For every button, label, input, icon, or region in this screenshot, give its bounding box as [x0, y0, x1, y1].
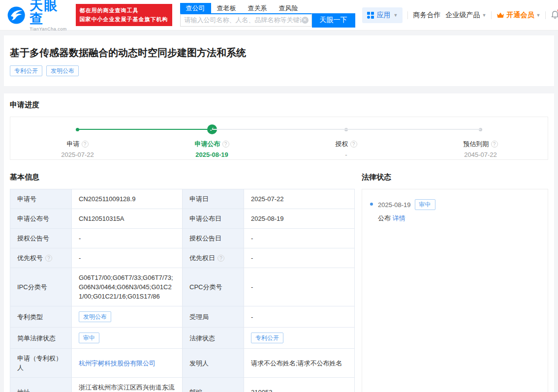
- timeline-step-date: 2045-07-22: [464, 151, 497, 158]
- legal-status-section-title: 法律状态: [362, 173, 548, 182]
- info-label: 申请（专利权）人: [17, 354, 64, 372]
- nav-enterprise-label: 企业级产品: [445, 11, 480, 20]
- nav-apps-menu[interactable]: 应用 ▼: [362, 7, 403, 23]
- timeline-lines: [10, 129, 548, 130]
- brand-name: 天眼查: [30, 0, 68, 26]
- info-value-cell: -: [244, 268, 355, 306]
- status-tag: 发明公布: [79, 311, 111, 322]
- table-row: 地址浙江省杭州市滨江区西兴街道东流路88号1幢306室邮编310053: [10, 378, 355, 392]
- search-tab-查公司[interactable]: 查公司: [180, 3, 211, 13]
- patent-tag-row: 专利公开发明公布: [10, 65, 548, 76]
- search-tab-查关系[interactable]: 查关系: [242, 3, 273, 13]
- detail-link[interactable]: 详情: [393, 214, 405, 222]
- info-label: 授权公告号: [17, 234, 64, 243]
- info-label-text: 优先权日: [189, 253, 215, 263]
- tianyancha-logo[interactable]: 天眼查 TianYanCha.com: [7, 0, 69, 31]
- company-link[interactable]: 杭州宇树科技股份有限公司: [79, 360, 155, 367]
- help-icon[interactable]: ?: [350, 141, 357, 148]
- info-value-cell: -: [72, 248, 183, 268]
- table-row: 申请（专利权）人杭州宇树科技股份有限公司发明人请求不公布姓名;请求不公布姓名: [10, 349, 355, 378]
- legal-status-line1: 2025-08-19审中: [378, 199, 435, 210]
- nav-business-cooperation[interactable]: 商务合作: [413, 11, 440, 20]
- help-icon[interactable]: ?: [45, 255, 52, 262]
- info-label: 申请日: [189, 194, 237, 204]
- table-row: 优先权号?-优先权日?-: [10, 248, 355, 268]
- basic-info-section-title: 基本信息: [10, 173, 354, 182]
- legal-status-line2: 公布 详情: [378, 214, 435, 223]
- info-label-cell: 申请公布号: [10, 209, 72, 229]
- timeline-step-申请公布: ✓申请公布?2025-08-19: [145, 125, 279, 158]
- search-tabs: 查公司查老板查关系查风险: [180, 3, 355, 13]
- timeline-step-label: 授权?: [336, 140, 357, 149]
- slogan-line-1: 都在用的商业查询工具: [80, 6, 168, 15]
- info-label-text: 简单法律状态: [17, 333, 56, 343]
- nav-divider: [407, 11, 408, 19]
- vip-label: 开通会员: [506, 11, 534, 20]
- timeline-step-label: 申请?: [67, 140, 89, 149]
- info-label-text: 发明人: [189, 359, 209, 368]
- info-label-text: 申请公布号: [17, 214, 49, 223]
- top-header: 天眼查 TianYanCha.com 都在用的商业查询工具 国家中小企业发展子基…: [0, 0, 558, 30]
- info-label-cell: 申请公布日: [183, 209, 244, 229]
- help-icon[interactable]: ?: [222, 141, 229, 148]
- info-value-cell: 2025-07-22: [244, 189, 355, 209]
- search-widget: 查公司查老板查关系查风险 ✕ 天眼一下: [180, 3, 355, 28]
- table-row: 专利类型发明公布受理局-: [10, 306, 355, 328]
- nav-divider: [545, 11, 546, 19]
- info-label: 受理局: [189, 312, 237, 322]
- info-label: 优先权日?: [189, 253, 237, 263]
- info-label-cell: 法律状态: [183, 328, 244, 349]
- nav-enterprise-products[interactable]: 企业级产品 ▼: [445, 11, 486, 20]
- nav-open-vip[interactable]: 开通会员 ▼: [496, 11, 540, 20]
- progress-section-title: 申请进度: [10, 100, 548, 110]
- info-label-cell: 受理局: [183, 306, 244, 328]
- info-value-cell: 发明公布: [72, 306, 183, 328]
- search-box: ✕: [180, 13, 312, 27]
- info-label-cell: 申请日: [183, 189, 244, 209]
- info-label-cell: CPC分类号: [183, 268, 244, 306]
- info-value-cell: 2025-08-19: [244, 209, 355, 229]
- bell-icon: [551, 10, 558, 20]
- brand-slogan-badge: 都在用的商业查询工具 国家中小企业发展子基金旗下机构: [76, 4, 172, 26]
- info-label-text: 申请（专利权）人: [17, 354, 64, 372]
- info-label: 专利类型: [17, 312, 64, 322]
- help-icon[interactable]: ?: [217, 255, 224, 262]
- search-button[interactable]: 天眼一下: [312, 13, 355, 28]
- timeline-step-name: 预估到期: [464, 140, 489, 149]
- clear-search-icon[interactable]: ✕: [302, 17, 309, 24]
- help-icon[interactable]: ?: [82, 141, 89, 148]
- slogan-line-2: 国家中小企业发展子基金旗下机构: [80, 15, 168, 24]
- info-label-cell: 优先权号?: [10, 248, 72, 268]
- info-label-cell: 简单法律状态: [10, 328, 72, 349]
- timeline-step-date: -: [345, 151, 347, 158]
- legal-status-tag: 审中: [415, 199, 435, 210]
- chevron-down-icon: ▼: [482, 13, 486, 18]
- info-value-cell: 浙江省杭州市滨江区西兴街道东流路88号1幢306室: [72, 378, 183, 392]
- search-tab-查风险[interactable]: 查风险: [273, 3, 304, 13]
- status-tag: 专利公开: [251, 332, 283, 343]
- info-label-cell: 专利类型: [10, 306, 72, 328]
- info-value-cell: 310053: [244, 378, 355, 392]
- table-row: 申请公布号CN120510315A申请公布日2025-08-19: [10, 209, 355, 229]
- basic-info-column: 基本信息 申请号CN202511009128.9申请日2025-07-22申请公…: [10, 173, 354, 392]
- timeline-step-date: 2025-07-22: [61, 151, 94, 158]
- search-tab-查老板[interactable]: 查老板: [211, 3, 242, 13]
- timeline-step-申请: 申请?2025-07-22: [10, 125, 145, 158]
- info-label: 申请公布日: [189, 214, 237, 223]
- info-value-cell: -: [244, 229, 355, 248]
- info-label-text: 专利类型: [17, 312, 43, 322]
- legal-status-body: 2025-08-19审中公布 详情: [378, 199, 435, 223]
- table-row: 授权公告号-授权公告日-: [10, 229, 355, 248]
- info-label-cell: IPC分类号: [10, 268, 72, 306]
- legal-status-box: 2025-08-19审中公布 详情: [362, 189, 548, 392]
- patent-status-tag: 专利公开: [10, 65, 42, 76]
- basic-info-tbody: 申请号CN202511009128.9申请日2025-07-22申请公布号CN1…: [10, 189, 355, 392]
- info-label-text: 受理局: [189, 312, 209, 322]
- crown-icon: [496, 12, 504, 19]
- info-label-cell: 地址: [10, 378, 72, 392]
- info-label-text: IPC分类号: [17, 282, 47, 292]
- search-input[interactable]: [185, 16, 302, 24]
- notifications-bell[interactable]: [551, 10, 558, 20]
- help-icon[interactable]: ?: [491, 141, 498, 148]
- timeline-step-label: 申请公布?: [195, 140, 229, 149]
